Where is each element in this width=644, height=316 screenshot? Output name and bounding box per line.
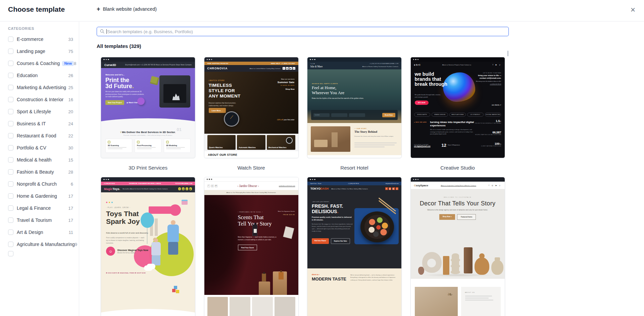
social-icons: f ▶ y [493,64,501,66]
mini-service-card: 3D Scanning [105,139,132,153]
template-cell: CozySpace About us Inspiration Catalog N… [410,177,505,316]
search-input[interactable] [97,27,509,36]
mini-heading: Decor That Tells Your Story [411,200,505,207]
category-count: 17 [68,194,74,199]
template-card-perfume-store[interactable]: f◎✉ - Jardin Obscur - jardinobscur@email… [204,177,299,316]
category-checkbox[interactable] [8,73,13,78]
sidebar-item-landing-page[interactable]: Landing page75 [8,45,74,57]
blank-website-button[interactable]: + Blank website (advanced) [97,6,157,12]
mini-brand: CozySpace [414,184,429,187]
mini-stat: 1.5K PROJECTS SUCCESSFULLY DELIVERED [475,119,501,124]
template-card-resort-hotel[interactable]: f y ◎ ▶ +1 (234) 567-89-00 ISLADIMARE@EM… [307,57,402,158]
category-checkbox[interactable] [8,145,13,150]
sidebar-item-construction-interior[interactable]: Construction & Interior16 [8,93,74,106]
mini-hero: - your sushi, your moment - FRESH. FAST.… [307,192,401,268]
wave-divider [101,118,195,124]
category-count: 30 [68,145,74,150]
toy-blocks-image [172,289,176,292]
mini-paragraph: We turn your ideas into reality with pro… [105,90,145,98]
category-checkbox[interactable] [8,205,13,211]
mini-nav-links: About us Our Philosophy Best Sellers New… [204,190,298,195]
mini-cta-button: Roll Into Flavor [312,238,329,244]
sidebar-item-fashion-beauty[interactable]: Fashion & Beauty28 [8,166,74,178]
template-card-creative-studio[interactable]: ctrl About us Services Projects Team Con… [410,57,505,158]
sidebar-item-restaurant-food[interactable]: Restaurant & Food22 [8,130,74,142]
category-checkbox[interactable] [8,193,13,199]
category-checkbox[interactable] [8,97,13,102]
category-count: 24 [68,121,74,126]
sidebar-item-nonprofit-church[interactable]: Nonprofit & Church6 [8,178,74,190]
mini-cta-button: let's work [415,101,429,105]
category-label: Nonprofit & Church [17,181,57,187]
template-card-3d-print-services[interactable]: Curve3D 3d.print@email.com • +1 (234) 56… [101,57,195,158]
category-checkbox[interactable] [8,121,13,126]
close-icon[interactable]: ✕ [628,5,638,15]
template-card-sushi-restaurant[interactable]: Open 8 am - 10 pm+1 (234) 567 89 00tokyo… [307,177,402,316]
sidebar-item-legal-finance[interactable]: Legal & Finance17 [8,202,74,214]
sidebar-item-agriculture-manufacturing[interactable]: Agriculture & Manufacturing9 [8,238,74,250]
sushi-platter-image [364,215,390,239]
mini-note: Precision, innovation, and reliability —… [101,134,195,136]
mini-eyebrow: - your sushi, your moment - [312,201,330,202]
template-card-home-decor[interactable]: CozySpace About us Inspiration Catalog N… [410,177,505,316]
category-checkbox[interactable] [8,49,13,54]
sidebar-item-sport-lifestyle[interactable]: Sport & Lifestyle20 [8,106,74,118]
sidebar-item-portfolio-cv[interactable]: Portfolio & CV30 [8,142,74,154]
mini-paragraph: Discover watches that blend precision, c… [209,102,246,107]
mini-topbar: +1 (234) 567 89 00SHOWROOM: 123A EGMONT … [101,182,195,185]
mini-nav: TOKYODASH About us How It Works Our Menu… [307,185,401,192]
category-checkbox[interactable] [8,109,13,114]
pink-circle-shape [169,204,181,216]
sidebar-item-travel-tourism[interactable]: Travel & Tourism17 [8,214,74,226]
gift-icon [182,200,188,205]
category-checkbox[interactable] [8,37,13,42]
mini-about-section: about us • MODERN TASTE We're not just d… [307,268,401,316]
all-templates-heading: All templates (329) [97,43,141,49]
category-checkbox[interactable] [8,230,13,235]
sidebar-item-art-design[interactable]: Art & Design11 [8,226,74,238]
cube-shape [150,76,159,85]
category-checkbox[interactable] [8,169,13,175]
category-checkbox[interactable] [8,133,13,138]
category-label: Construction & Interior [17,97,63,102]
category-label: Education [17,73,38,78]
sidebar-item-home-gardening[interactable]: Home & Gardening17 [8,190,74,202]
sidebar-item-marketing-advertising[interactable]: Marketing & Advertising25 [8,81,74,93]
mini-paragraph: We're not just delivering food — we're s… [350,274,397,281]
sidebar-item-education[interactable]: Education26 [8,69,74,81]
browser-dots-icon [411,57,505,62]
template-cell: Open 8 am - 10 pm+1 (234) 567 89 00tokyo… [307,177,402,316]
category-checkbox[interactable] [8,85,13,90]
category-checkbox[interactable] [8,157,13,163]
category-checkbox[interactable] [8,61,13,66]
mini-about-section: ● WHO WE ARE turning ideas into impactfu… [411,117,505,154]
sidebar-item-e-commerce[interactable]: E-commerce33 [8,33,74,45]
mini-eyebrow: ★★★★★ 900+ HAPPY CLIENTS [312,83,338,84]
categories-heading: CATEGORIES [8,26,79,30]
mini-product-strip [204,295,298,316]
sidebar-item-partial[interactable] [8,250,74,257]
mini-brand: TOKYODASH [310,187,329,190]
product-thumb [252,297,273,316]
search-icon [100,29,105,34]
sidebar-item-business-it[interactable]: Business & IT24 [8,118,74,130]
template-card-watch-store[interactable]: FREE SHIPPING FROM $20NEED HELP: +1 (800… [204,57,299,158]
mini-hero: • PERFUMES WITH SOUL • Scents ThatTell Y… [204,195,298,295]
category-checkbox[interactable] [8,251,13,256]
sidebar-item-medical-health[interactable]: Medical & health15 [8,154,74,166]
scrollbar-thumb[interactable] [507,51,508,56]
mini-secondary-button: Explore Our Sets [331,238,350,244]
category-checkbox[interactable] [8,217,13,223]
category-label: Portfolio & CV [17,145,46,150]
category-label: Home & Gardening [17,193,57,199]
balloon-image [141,212,154,228]
category-checkbox[interactable] [8,242,13,247]
mini-about-section: ABOUT US [411,279,505,316]
sidebar-item-courses-coaching[interactable]: Courses & CoachingNew8 [8,57,74,69]
category-checkbox[interactable] [8,181,13,187]
mini-about-box: ABOUT US [461,287,501,316]
template-card-toy-store[interactable]: +1 (234) 567 89 00SHOWROOM: 123A EGMONT … [101,177,195,316]
search-bar [97,27,509,36]
mini-paragraph: We guide brands through bold, creative, … [415,94,442,99]
blank-website-label: Blank website (advanced) [103,6,157,12]
